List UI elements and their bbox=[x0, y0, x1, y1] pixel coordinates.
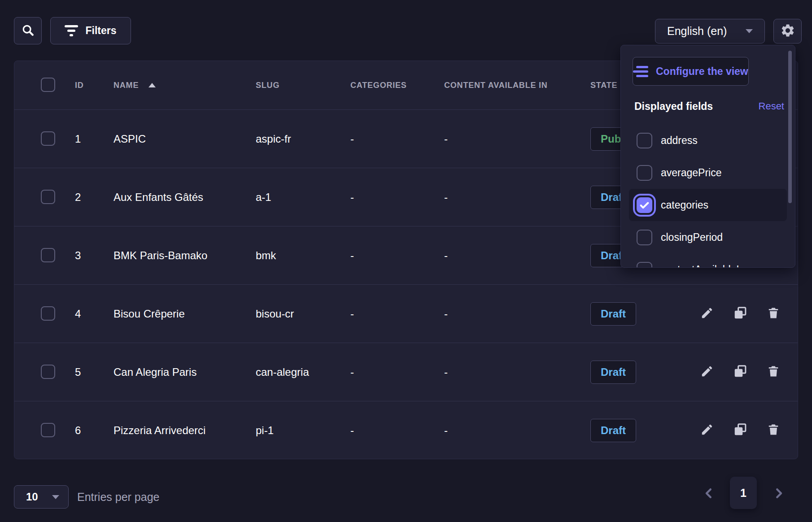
displayed-fields-panel: Configure the view Displayed fields Rese… bbox=[620, 45, 795, 268]
field-option[interactable]: address bbox=[629, 124, 787, 157]
cell-slug: bisou-cr bbox=[256, 308, 350, 320]
delete-button[interactable] bbox=[766, 365, 781, 379]
field-checkbox[interactable] bbox=[637, 133, 652, 148]
cell-id: 2 bbox=[75, 191, 114, 204]
pencil-icon bbox=[700, 423, 714, 438]
row-checkbox[interactable] bbox=[41, 306, 55, 321]
field-checkbox[interactable] bbox=[637, 262, 652, 268]
sort-ascending-icon bbox=[148, 83, 156, 87]
delete-button[interactable] bbox=[766, 423, 781, 438]
column-header-id[interactable]: ID bbox=[75, 81, 114, 90]
copy-icon bbox=[733, 306, 747, 321]
table-row: 4 Bisou Crêperie bisou-cr - - Draft bbox=[14, 284, 798, 343]
state-badge: Draft bbox=[590, 361, 636, 384]
cell-categories: - bbox=[350, 366, 444, 378]
state-badge: Draft bbox=[590, 302, 636, 326]
table-row: 5 Can Alegria Paris can-alegria - - Draf… bbox=[14, 343, 798, 401]
cell-categories: - bbox=[350, 249, 444, 262]
row-checkbox[interactable] bbox=[41, 248, 55, 262]
locale-label: English (en) bbox=[667, 25, 727, 38]
row-checkbox[interactable] bbox=[41, 190, 55, 204]
cell-slug: aspic-fr bbox=[256, 133, 350, 145]
delete-button[interactable] bbox=[766, 307, 781, 321]
duplicate-button[interactable] bbox=[733, 365, 747, 379]
filter-icon bbox=[65, 25, 78, 36]
column-header-slug[interactable]: SLUG bbox=[256, 81, 350, 90]
field-label: address bbox=[661, 135, 698, 147]
field-checkbox[interactable] bbox=[637, 165, 652, 181]
edit-button[interactable] bbox=[700, 365, 714, 379]
layout-icon bbox=[633, 66, 648, 77]
cell-slug: bmk bbox=[256, 249, 350, 262]
cell-content-available-in: - bbox=[444, 424, 590, 437]
trash-icon bbox=[767, 306, 780, 321]
cell-name: BMK Paris-Bamako bbox=[114, 249, 256, 262]
copy-icon bbox=[733, 365, 747, 379]
cell-categories: - bbox=[350, 424, 444, 437]
locale-select[interactable]: English (en) bbox=[655, 19, 765, 44]
row-checkbox[interactable] bbox=[41, 131, 55, 146]
page-size-value: 10 bbox=[26, 491, 38, 503]
previous-page-button[interactable] bbox=[700, 485, 718, 503]
cell-content-available-in: - bbox=[444, 191, 590, 204]
column-header-categories[interactable]: CATEGORIES bbox=[350, 81, 444, 90]
field-checkbox[interactable] bbox=[637, 230, 652, 245]
edit-button[interactable] bbox=[700, 423, 714, 438]
field-label: contentAvailableIn bbox=[661, 264, 745, 268]
content-manager-page: Filters English (en) ID NAME SLUG CATEGO… bbox=[0, 0, 812, 522]
row-checkbox[interactable] bbox=[41, 365, 55, 379]
trash-icon bbox=[767, 365, 780, 379]
duplicate-button[interactable] bbox=[733, 307, 747, 321]
chevron-left-icon bbox=[702, 487, 716, 501]
field-label: averagePrice bbox=[661, 167, 722, 179]
cell-name: Pizzeria Arrivederci bbox=[114, 424, 256, 437]
trash-icon bbox=[767, 423, 780, 438]
copy-icon bbox=[733, 423, 747, 438]
page-number-button[interactable]: 1 bbox=[730, 477, 757, 509]
field-option[interactable]: contentAvailableIn bbox=[629, 253, 787, 268]
panel-scrollbar[interactable] bbox=[788, 51, 792, 203]
pencil-icon bbox=[700, 306, 714, 321]
configure-view-button[interactable]: Configure the view bbox=[633, 57, 749, 86]
cell-content-available-in: - bbox=[444, 366, 590, 378]
search-button[interactable] bbox=[14, 17, 42, 44]
settings-button[interactable] bbox=[773, 19, 802, 44]
cell-id: 3 bbox=[75, 249, 114, 262]
duplicate-button[interactable] bbox=[733, 423, 747, 438]
page-size-select[interactable]: 10 bbox=[14, 485, 69, 509]
next-page-button[interactable] bbox=[770, 485, 788, 503]
reset-button[interactable]: Reset bbox=[759, 100, 784, 112]
cell-content-available-in: - bbox=[444, 308, 590, 320]
cell-categories: - bbox=[350, 133, 444, 145]
filters-button[interactable]: Filters bbox=[50, 17, 131, 44]
field-checkbox[interactable] bbox=[637, 197, 652, 213]
cell-id: 5 bbox=[75, 366, 114, 378]
cell-name: ASPIC bbox=[114, 133, 256, 145]
field-option[interactable]: closingPeriod bbox=[629, 221, 787, 253]
edit-button[interactable] bbox=[700, 307, 714, 321]
entries-per-page-label: Entries per page bbox=[77, 491, 159, 504]
field-option[interactable]: averagePrice bbox=[629, 157, 787, 189]
table-row: 6 Pizzeria Arrivederci pi-1 - - Draft bbox=[14, 401, 798, 459]
field-label: categories bbox=[661, 199, 708, 211]
cell-categories: - bbox=[350, 191, 444, 204]
cell-name: Can Alegria Paris bbox=[114, 366, 256, 378]
filters-label: Filters bbox=[85, 25, 116, 37]
chevron-down-icon bbox=[746, 29, 753, 33]
state-badge: Draft bbox=[590, 419, 636, 442]
column-header-name[interactable]: NAME bbox=[114, 81, 256, 90]
pencil-icon bbox=[700, 365, 714, 379]
column-header-content-available-in[interactable]: CONTENT AVAILABLE IN bbox=[444, 81, 590, 90]
cell-slug: a-1 bbox=[256, 191, 350, 204]
cell-name: Bisou Crêperie bbox=[114, 308, 256, 320]
row-checkbox[interactable] bbox=[41, 423, 55, 437]
cell-content-available-in: - bbox=[444, 133, 590, 145]
cell-slug: pi-1 bbox=[256, 424, 350, 437]
select-all-checkbox[interactable] bbox=[41, 78, 55, 92]
cell-id: 4 bbox=[75, 308, 114, 320]
cell-name: Aux Enfants Gâtés bbox=[114, 191, 256, 204]
field-option[interactable]: categories bbox=[629, 189, 787, 221]
configure-view-label: Configure the view bbox=[656, 65, 748, 78]
page-number: 1 bbox=[740, 487, 747, 500]
cell-id: 1 bbox=[75, 133, 114, 145]
